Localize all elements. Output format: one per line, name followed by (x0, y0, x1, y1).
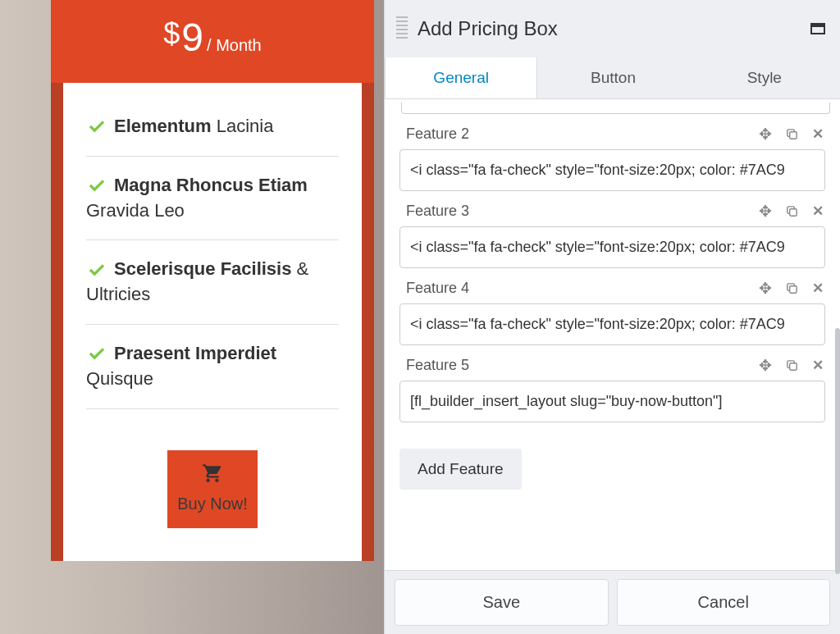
settings-panel: Add Pricing Box General Button Style Fea… (384, 0, 840, 634)
tab-general[interactable]: General (385, 57, 537, 98)
panel-footer: Save Cancel (385, 570, 840, 634)
window-toggle-icon[interactable] (810, 23, 825, 34)
svg-rect-3 (789, 363, 797, 371)
delete-icon[interactable] (810, 204, 825, 219)
feature-text-bold: Scelerisque Facilisis (114, 258, 291, 279)
tab-content: Feature 2 Feature 3 (385, 99, 840, 570)
pricing-box: $9/ Month Elementum Lacinia Magna Rhoncu… (51, 0, 374, 561)
feature-label: Feature 3 (406, 203, 758, 220)
svg-rect-2 (789, 286, 797, 294)
feature-section: Feature 5 (399, 357, 825, 422)
panel-title: Add Pricing Box (418, 17, 810, 40)
tabs: General Button Style (385, 57, 840, 99)
feature-actions (758, 127, 825, 142)
cart-icon (176, 463, 249, 490)
svg-rect-0 (789, 132, 797, 139)
buy-label: Buy Now! (177, 495, 248, 513)
add-feature-button[interactable]: Add Feature (399, 449, 522, 490)
check-icon (86, 345, 107, 363)
feature-text: Gravida Leo (86, 200, 185, 221)
feature-header: Feature 4 (399, 280, 825, 297)
feature-text: Lacinia (212, 116, 274, 136)
drag-handle-icon[interactable] (396, 16, 408, 41)
delete-icon[interactable] (810, 127, 825, 142)
scrollbar[interactable] (835, 328, 840, 574)
save-button[interactable]: Save (395, 579, 609, 626)
feature-section: Feature 2 (399, 125, 825, 191)
feature-text: Quisque (86, 368, 153, 389)
feature-text-bold: Magna Rhoncus Etiam (114, 175, 308, 195)
move-icon[interactable] (758, 204, 773, 219)
feature-section: Feature 3 (399, 203, 825, 268)
move-icon[interactable] (758, 358, 773, 373)
feature-input[interactable] (399, 149, 825, 191)
move-icon[interactable] (758, 127, 773, 142)
tab-button[interactable]: Button (537, 57, 688, 98)
feature-header: Feature 5 (399, 357, 825, 374)
price-currency: $ (163, 16, 180, 50)
preview-area: $9/ Month Elementum Lacinia Magna Rhoncu… (0, 0, 384, 634)
feature-actions (758, 358, 825, 373)
feature-text-bold: Elementum (114, 116, 212, 136)
svg-rect-1 (789, 209, 797, 216)
check-icon (86, 118, 107, 136)
check-icon (86, 177, 107, 195)
feature-label: Feature 4 (406, 280, 758, 297)
feature-item: Magna Rhoncus Etiam Gravida Leo (86, 157, 339, 241)
price-amount: 9 (181, 16, 203, 59)
feature-input[interactable] (399, 226, 825, 268)
features-list: Elementum Lacinia Magna Rhoncus Etiam Gr… (63, 83, 362, 561)
move-icon[interactable] (758, 281, 773, 296)
delete-icon[interactable] (810, 358, 825, 373)
price-period: / Month (207, 36, 262, 54)
feature-item: Praesent Imperdiet Quisque (86, 325, 339, 409)
tab-style[interactable]: Style (689, 57, 840, 98)
copy-icon[interactable] (784, 204, 799, 219)
feature-actions (758, 281, 825, 296)
feature-header: Feature 3 (399, 203, 825, 220)
feature-input-partial[interactable] (401, 103, 830, 114)
panel-header: Add Pricing Box (385, 0, 840, 57)
copy-icon[interactable] (784, 358, 799, 373)
feature-header: Feature 2 (399, 125, 825, 143)
feature-input[interactable] (399, 303, 825, 345)
feature-item: Elementum Lacinia (86, 107, 339, 157)
copy-icon[interactable] (784, 281, 799, 296)
price-header: $9/ Month (51, 0, 374, 83)
delete-icon[interactable] (810, 281, 825, 296)
feature-label: Feature 5 (406, 357, 758, 374)
feature-section: Feature 4 (399, 280, 825, 345)
feature-item: Scelerisque Facilisis & Ultricies (86, 240, 339, 325)
buy-now-button[interactable]: Buy Now! (167, 450, 258, 528)
feature-text-bold: Praesent Imperdiet (114, 343, 276, 363)
feature-input[interactable] (399, 381, 825, 422)
check-icon (86, 262, 107, 280)
feature-label: Feature 2 (406, 125, 758, 143)
cancel-button[interactable]: Cancel (617, 579, 831, 626)
copy-icon[interactable] (784, 127, 799, 142)
feature-actions (758, 204, 825, 219)
